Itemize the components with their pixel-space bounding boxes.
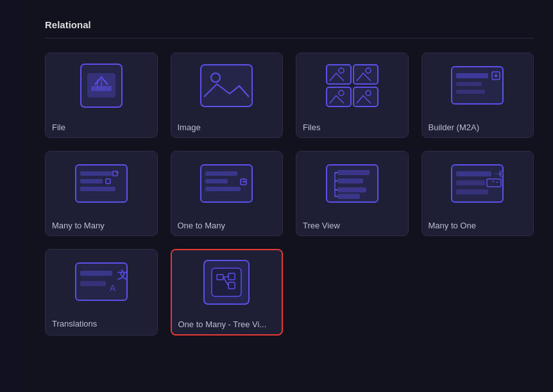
svg-rect-31 [337,178,363,183]
svg-rect-19 [80,171,112,176]
builder-icon-container [422,53,534,117]
svg-rect-15 [456,82,482,86]
svg-rect-41 [80,271,112,276]
sidebar [0,0,26,392]
file-icon-container [46,53,157,117]
svg-rect-22 [80,187,115,191]
tree-view-label: Tree View [296,216,408,235]
main-content: Relational File [26,0,553,392]
card-many-to-many[interactable]: Many to Many [45,151,158,236]
svg-rect-26 [205,179,228,183]
svg-rect-7 [353,65,378,84]
card-image[interactable]: Image [171,53,284,138]
image-icon-container [171,53,283,117]
svg-rect-3 [201,65,252,107]
card-one-to-many-tree[interactable]: One to Many - Tree Vi... [171,249,284,336]
section-title: Relational [45,19,534,38]
svg-rect-11 [353,87,378,107]
svg-rect-20 [80,179,103,183]
tree-view-icon-container [296,151,408,216]
card-tree-view[interactable]: Tree View [296,151,409,236]
svg-rect-14 [456,73,488,78]
card-many-to-one[interactable]: Many to One [421,151,534,236]
many-to-one-label: Many to One [422,216,534,235]
svg-rect-37 [456,180,485,185]
card-one-to-many[interactable]: One to Many [171,151,284,236]
image-label: Image [171,117,283,137]
card-builder-m2a[interactable]: Builder (M2A) [421,53,534,138]
one-to-many-tree-icon-container [172,250,282,314]
card-grid: File Image [45,53,534,336]
file-label: File [46,117,157,137]
svg-rect-25 [205,171,237,176]
svg-rect-16 [456,90,485,94]
many-to-many-icon-container [46,151,157,216]
svg-text:A: A [110,283,116,293]
translations-icon-container: 文 A [46,250,157,314]
card-translations[interactable]: 文 A Translations [45,249,158,336]
svg-rect-33 [337,194,360,199]
svg-rect-30 [337,170,370,175]
card-file[interactable]: File [45,53,158,138]
svg-rect-9 [327,87,351,107]
many-to-one-icon-container [422,151,534,216]
svg-rect-38 [456,189,488,194]
card-files[interactable]: Files [296,53,409,138]
svg-text:文: 文 [117,269,128,280]
svg-rect-35 [456,171,491,176]
files-label: Files [296,117,408,137]
one-to-many-icon-container [171,151,283,216]
svg-rect-32 [337,187,366,192]
svg-rect-5 [327,65,351,84]
files-icon-container [296,53,408,117]
many-to-many-label: Many to Many [46,216,157,235]
svg-rect-27 [205,187,241,191]
svg-rect-43 [80,281,106,286]
one-to-many-tree-label: One to Many - Tree Vi... [172,314,282,334]
translations-label: Translations [46,314,157,334]
one-to-many-label: One to Many [171,216,283,235]
builder-m2a-label: Builder (M2A) [422,117,534,137]
